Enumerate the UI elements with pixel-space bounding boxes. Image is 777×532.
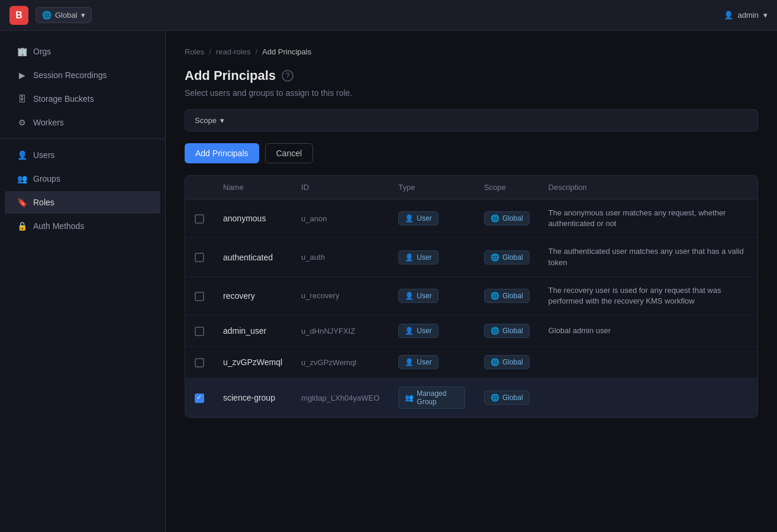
global-selector[interactable]: 🌐 Global ▾ (36, 7, 92, 23)
row-type: 👤 User (389, 347, 475, 378)
row-checkbox[interactable] (195, 358, 204, 367)
type-label: User (417, 327, 431, 335)
type-badge: 👤 User (398, 355, 438, 369)
row-checkbox[interactable] (195, 394, 204, 403)
roles-icon: 🔖 (17, 197, 27, 208)
type-badge: 👤 User (398, 289, 438, 303)
breadcrumb-read-roles[interactable]: read-roles (216, 47, 251, 56)
scope-badge: 🌐 Global (484, 250, 530, 265)
row-scope: 🌐 Global (475, 378, 539, 418)
row-scope: 🌐 Global (475, 276, 539, 315)
scope-label: Scope (195, 116, 217, 125)
col-type: Type (389, 176, 475, 199)
scope-badge: 🌐 Global (484, 289, 530, 303)
row-checkbox-cell (185, 378, 214, 418)
admin-label: admin (738, 11, 759, 20)
row-checkbox[interactable] (195, 214, 204, 224)
sidebar-item-groups[interactable]: 👥 Groups (5, 167, 160, 190)
type-badge: 👥 Managed Group (398, 386, 465, 409)
row-name: science-group (214, 378, 292, 418)
user-icon: 👤 (405, 214, 414, 223)
row-description (539, 347, 757, 378)
col-checkbox (185, 176, 214, 199)
row-name: recovery (214, 276, 292, 315)
row-id: u_zvGPzWemql (292, 347, 389, 378)
table-row: u_zvGPzWemql u_zvGPzWemql 👤 User 🌐 Globa… (185, 347, 757, 378)
page-subtitle: Select users and groups to assign to thi… (185, 88, 758, 98)
breadcrumb-roles[interactable]: Roles (185, 47, 204, 56)
scope-bar: Scope ▾ (185, 109, 758, 131)
row-id: u_recovery (292, 276, 389, 315)
scope-label: Global (502, 214, 523, 223)
row-id: u_anon (292, 199, 389, 238)
row-checkbox[interactable] (195, 327, 204, 336)
sidebar-item-auth-methods[interactable]: 🔒 Auth Methods (5, 215, 160, 237)
add-principals-button[interactable]: Add Principals (185, 143, 259, 163)
storage-buckets-icon: 🗄 (17, 93, 27, 104)
col-description: Description (539, 176, 757, 199)
row-name: u_zvGPzWemql (214, 347, 292, 378)
sidebar-item-orgs[interactable]: 🏢 Orgs (5, 40, 160, 63)
table-header: Name ID Type Scope Description (185, 176, 757, 199)
row-checkbox[interactable] (195, 292, 204, 301)
globe-icon: 🌐 (42, 11, 51, 20)
sidebar-item-label: Auth Methods (33, 221, 84, 231)
scope-badge: 🌐 Global (484, 211, 530, 225)
global-label: Global (55, 11, 78, 20)
globe-icon: 🌐 (491, 292, 499, 300)
chevron-down-icon: ▾ (763, 11, 768, 20)
row-scope: 🌐 Global (475, 238, 539, 276)
row-name: admin_user (214, 315, 292, 347)
table-row: admin_user u_dHnNJYFXIZ 👤 User 🌐 Global … (185, 315, 757, 347)
row-id: u_dHnNJYFXIZ (292, 315, 389, 347)
type-badge: 👤 User (398, 250, 438, 265)
sidebar-item-session-recordings[interactable]: ▶ Session Recordings (5, 64, 160, 86)
row-type: 👤 User (389, 199, 475, 238)
group-icon: 👥 (405, 394, 414, 402)
table-body: anonymous u_anon 👤 User 🌐 Global The ano… (185, 199, 757, 418)
cancel-button[interactable]: Cancel (265, 143, 314, 163)
user-icon: 👤 (405, 327, 414, 335)
type-label: Managed Group (417, 389, 459, 406)
col-scope: Scope (475, 176, 539, 199)
row-type: 👤 User (389, 238, 475, 276)
globe-icon: 🌐 (491, 214, 499, 223)
row-name: authenticated (214, 238, 292, 276)
row-id: mgldap_LXh04yaWEO (292, 378, 389, 418)
orgs-icon: 🏢 (17, 46, 27, 57)
scope-badge: 🌐 Global (484, 391, 530, 405)
sidebar-item-workers[interactable]: ⚙ Workers (5, 111, 160, 134)
sidebar-item-label: Storage Buckets (33, 94, 94, 104)
row-description: The recovery user is used for any reques… (539, 276, 757, 315)
sidebar-item-label: Session Recordings (33, 70, 107, 80)
sidebar-item-label: Orgs (33, 47, 51, 56)
col-id: ID (292, 176, 389, 199)
table-row: science-group mgldap_LXh04yaWEO 👥 Manage… (185, 378, 757, 418)
scope-label: Global (502, 292, 523, 300)
topnav: B 🌐 Global ▾ 👤 admin ▾ (0, 0, 777, 31)
row-checkbox-cell (185, 199, 214, 238)
sidebar-item-roles[interactable]: 🔖 Roles (5, 191, 160, 214)
table-row: recovery u_recovery 👤 User 🌐 Global The … (185, 276, 757, 315)
scope-button[interactable]: Scope ▾ (195, 116, 224, 125)
admin-menu[interactable]: 👤 admin ▾ (724, 11, 768, 20)
users-icon: 👤 (17, 150, 27, 160)
sidebar-item-users[interactable]: 👤 Users (5, 144, 160, 166)
page-header: Add Principals ? (185, 68, 758, 83)
row-type: 👤 User (389, 276, 475, 315)
scope-label: Global (502, 253, 523, 262)
sidebar-item-storage-buckets[interactable]: 🗄 Storage Buckets (5, 88, 160, 110)
row-checkbox-cell (185, 347, 214, 378)
help-icon[interactable]: ? (282, 70, 294, 82)
row-checkbox[interactable] (195, 253, 204, 262)
globe-icon: 🌐 (491, 358, 499, 366)
table: Name ID Type Scope Description anonymous… (185, 176, 757, 417)
admin-avatar-icon: 👤 (724, 11, 733, 20)
row-description (539, 378, 757, 418)
breadcrumb: Roles / read-roles / Add Principals (185, 47, 758, 56)
scope-badge: 🌐 Global (484, 324, 530, 338)
globe-icon: 🌐 (491, 394, 499, 402)
row-description: The anonymous user matches any request, … (539, 199, 757, 238)
breadcrumb-sep: / (209, 47, 211, 56)
app-layout: 🏢 Orgs ▶ Session Recordings 🗄 Storage Bu… (0, 31, 777, 532)
